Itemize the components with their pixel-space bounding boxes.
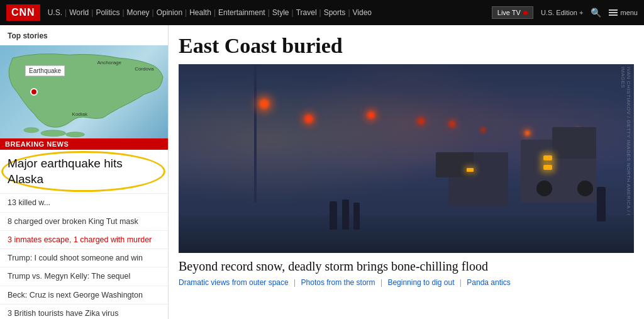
search-icon[interactable]: 🔍 [591,8,601,18]
island-3 [66,132,85,137]
nav-sep-6: | [214,8,216,17]
nav-sep-3: | [122,8,124,17]
island-2 [24,128,39,133]
cordova-label: Cordova [135,66,154,72]
menu-label: menu [620,9,638,16]
hamburger-line-3 [609,14,618,16]
map-container: Anchorage Cordova Kodiak Earthquake [0,45,168,138]
main-image-container: IVAN CHISTIAKOV / GETTY IMAGES NORTH AME… [179,64,634,253]
nav-sep-5: | [185,8,187,17]
cnn-logo[interactable]: CNN [6,4,40,21]
nav-sep-10: | [348,8,350,17]
breaking-news-bar: BREAKING NEWS [0,138,168,150]
live-indicator-dot [523,11,528,15]
menu-button[interactable]: menu [609,9,638,16]
snow-layer [179,64,634,253]
story-item-6[interactable]: Beck: Cruz is next George Washington [0,286,168,305]
storm-link-panda[interactable]: Panda antics [467,278,510,287]
hamburger-icon [609,9,618,16]
hamburger-line-2 [609,12,618,13]
storm-headline: Beyond record snow, deadly storm brings … [179,258,634,274]
nav-sep-8: | [292,8,294,17]
nav-money[interactable]: Money [127,8,150,17]
earthquake-map-label: Earthquake [25,65,65,76]
storm-links: Dramatic views from outer space | Photos… [179,278,634,287]
nav-entertainment[interactable]: Entertainment [218,8,265,17]
pipe-sep-1: | [294,278,296,287]
nav-video[interactable]: Video [353,8,372,17]
earthquake-headline-container[interactable]: Major earthquake hits Alaska [0,150,168,194]
nav-travel[interactable]: Travel [296,8,317,17]
nav-us[interactable]: U.S. [48,8,62,17]
edition-button[interactable]: U.S. Edition + [541,9,584,16]
content-area: East Coast buried [169,25,644,319]
storm-photo: IVAN CHISTIAKOV / GETTY IMAGES NORTH AME… [179,64,634,253]
alaska-map-svg: Anchorage Cordova Kodiak [0,45,168,138]
story-item-1[interactable]: 13 killed w... [0,194,168,212]
sidebar: Top stories Anchorage Cordova Kodiak [0,25,169,319]
nav-sep-7: | [268,8,270,17]
nav-politics[interactable]: Politics [96,8,119,17]
live-tv-label: Live TV [497,9,521,16]
anchorage-label: Anchorage [97,60,121,65]
main-content: Top stories Anchorage Cordova Kodiak [0,25,644,319]
kodiak-label: Kodiak [72,111,87,117]
storm-link-outer-space[interactable]: Dramatic views from outer space [179,278,289,287]
nav-health[interactable]: Health [189,8,211,17]
live-tv-button[interactable]: Live TV [492,6,533,19]
nav-opinion[interactable]: Opinion [157,8,182,17]
storm-link-dig-out[interactable]: Beginning to dig out [387,278,454,287]
story-item-5[interactable]: Trump vs. Megyn Kelly: The sequel [0,267,168,286]
header: CNN U.S. | World | Politics | Money | Op… [0,0,644,25]
nav-links: U.S. | World | Politics | Money | Opinio… [48,8,492,17]
top-stories-label: Top stories [0,31,168,45]
nav-sep-4: | [152,8,154,17]
map-background: Anchorage Cordova Kodiak Earthquake [0,45,168,138]
page-title: East Coast buried [179,34,634,58]
header-right: Live TV U.S. Edition + 🔍 menu [492,6,638,19]
island-1 [41,130,66,137]
nav-sep-2: | [91,8,93,17]
earthquake-location-dot [30,88,38,96]
nav-sep-9: | [319,8,321,17]
nav-style[interactable]: Style [272,8,289,17]
nav-world[interactable]: World [69,8,89,17]
story-item-7[interactable]: 3 British tourists have Zika virus [0,305,168,319]
story-item-4[interactable]: Trump: I could shoot someone and win [0,249,168,267]
earthquake-headline: Major earthquake hits Alaska [8,156,160,187]
nav-sep-1: | [65,8,67,17]
story-item-3[interactable]: 3 inmates escape, 1 charged with murder [0,231,168,249]
pipe-sep-2: | [380,278,382,287]
storm-link-photos[interactable]: Photos from the storm [301,278,375,287]
hamburger-line-1 [609,9,618,11]
nav-sports[interactable]: Sports [324,8,346,17]
story-item-2[interactable]: 8 charged over broken King Tut mask [0,213,168,231]
pipe-sep-3: | [460,278,462,287]
